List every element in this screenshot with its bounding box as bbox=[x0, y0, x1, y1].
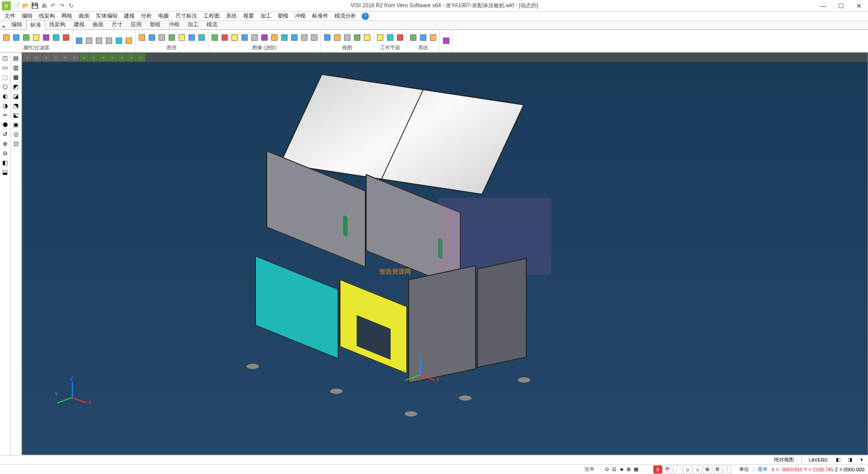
view-mode-button[interactable]: ▫ bbox=[89, 53, 98, 62]
tool-button[interactable]: ◑ bbox=[0, 101, 10, 110]
view-mode-button[interactable]: ▫ bbox=[51, 53, 60, 62]
help-icon[interactable]: ? bbox=[362, 13, 369, 20]
view-mode-button[interactable]: ▫ bbox=[137, 53, 146, 62]
ribbon-button[interactable] bbox=[260, 33, 269, 42]
menu-加工[interactable]: 加工 bbox=[258, 11, 274, 21]
tool-button[interactable]: ⊖ bbox=[0, 148, 10, 157]
tool-button[interactable]: ▦ bbox=[11, 72, 21, 81]
tool-button[interactable]: ⊡ bbox=[11, 139, 21, 148]
snap-icon[interactable]: ⊡ bbox=[611, 466, 618, 473]
view-mode-button[interactable]: ▫ bbox=[61, 53, 70, 62]
tool-button[interactable]: ▣ bbox=[11, 120, 21, 129]
tab-曲面[interactable]: 曲面 bbox=[89, 19, 108, 29]
menu-冲模[interactable]: 冲模 bbox=[292, 11, 308, 21]
tool-button[interactable]: ◫ bbox=[0, 53, 10, 62]
ribbon-button[interactable] bbox=[429, 33, 438, 42]
tool-button[interactable]: ✂ bbox=[0, 110, 10, 119]
ribbon-button[interactable] bbox=[32, 33, 41, 42]
ime-button[interactable]: ⊞ bbox=[703, 465, 712, 474]
save-icon[interactable]: 💾 bbox=[31, 2, 39, 10]
tool-button[interactable]: ▭ bbox=[0, 63, 10, 72]
ribbon-button[interactable] bbox=[230, 33, 239, 42]
ime-button[interactable]: ☺ bbox=[683, 465, 692, 474]
undo-icon[interactable]: ↶ bbox=[49, 2, 57, 10]
menu-模流分析[interactable]: 模流分析 bbox=[332, 11, 359, 21]
tool-button[interactable]: ◐ bbox=[0, 91, 10, 100]
open-icon[interactable]: 📂 bbox=[22, 2, 30, 10]
tool-button[interactable]: ⬚ bbox=[0, 72, 10, 81]
ribbon-button[interactable] bbox=[300, 33, 309, 42]
status-unit-value[interactable]: 毫米 bbox=[758, 466, 768, 473]
close-button[interactable]: ✕ bbox=[850, 0, 868, 11]
tool-button[interactable]: ▥ bbox=[11, 63, 21, 72]
ribbon-button[interactable] bbox=[75, 36, 84, 45]
tab-标准[interactable]: 标准 bbox=[26, 20, 45, 30]
ribbon-button[interactable] bbox=[290, 33, 299, 42]
ribbon-button[interactable] bbox=[343, 33, 352, 42]
ime-button[interactable]: ⚙ bbox=[713, 465, 722, 474]
view-mode-button[interactable]: ▫ bbox=[70, 53, 79, 62]
ime-button[interactable]: 、 bbox=[673, 465, 682, 474]
tool-button[interactable]: ⬓ bbox=[0, 167, 10, 176]
ribbon-button[interactable] bbox=[157, 33, 166, 42]
ribbon-button[interactable] bbox=[323, 33, 332, 42]
tool-button[interactable]: ◧ bbox=[0, 158, 10, 167]
model-assembly[interactable]: 智造资源网 bbox=[266, 89, 556, 370]
snap-icon[interactable]: ⊞ bbox=[625, 466, 632, 473]
tool-button[interactable]: ⬡ bbox=[0, 82, 10, 91]
ribbon-button[interactable] bbox=[2, 33, 11, 42]
ribbon-button[interactable] bbox=[12, 33, 21, 42]
ribbon-button[interactable] bbox=[310, 33, 319, 42]
ribbon-button[interactable] bbox=[85, 36, 94, 45]
status-icon-2[interactable]: ◨ bbox=[846, 456, 854, 464]
snap-icon[interactable]: ◈ bbox=[618, 466, 625, 473]
ribbon-button[interactable] bbox=[409, 33, 418, 42]
ime-button[interactable]: ♫ bbox=[693, 465, 702, 474]
ribbon-button[interactable] bbox=[104, 36, 113, 45]
tab-arrow[interactable]: ▸ bbox=[1, 23, 7, 29]
ribbon-button[interactable] bbox=[22, 33, 31, 42]
menu-系统[interactable]: 系统 bbox=[223, 11, 240, 21]
view-mode-button[interactable]: ▫ bbox=[99, 53, 108, 62]
tab-线架构[interactable]: 线架构 bbox=[45, 19, 70, 29]
ribbon-button[interactable] bbox=[114, 36, 123, 45]
ribbon-button[interactable] bbox=[124, 36, 133, 45]
menu-塑模[interactable]: 塑模 bbox=[275, 11, 291, 21]
status-icon-1[interactable]: ◧ bbox=[835, 456, 842, 464]
ribbon-button[interactable] bbox=[197, 33, 206, 42]
tool-button[interactable]: ▤ bbox=[11, 53, 21, 62]
tab-塑模[interactable]: 塑模 bbox=[146, 19, 165, 29]
ribbon-button[interactable] bbox=[177, 33, 186, 42]
tab-建模[interactable]: 建模 bbox=[70, 19, 89, 29]
ribbon-button[interactable] bbox=[442, 36, 451, 45]
ribbon-button[interactable] bbox=[386, 33, 395, 42]
ribbon-button[interactable] bbox=[167, 33, 176, 42]
menu-视窗[interactable]: 视窗 bbox=[241, 11, 257, 21]
refresh-icon[interactable]: ↻ bbox=[67, 2, 75, 10]
tab-编辑[interactable]: 编辑 bbox=[7, 19, 26, 29]
ribbon-button[interactable] bbox=[137, 33, 146, 42]
minimize-button[interactable]: — bbox=[814, 0, 832, 11]
tool-button[interactable]: ⬔ bbox=[11, 101, 21, 110]
view-mode-button[interactable]: ▫ bbox=[108, 53, 117, 62]
ribbon-button[interactable] bbox=[280, 33, 289, 42]
snap-icon[interactable]: ⊙ bbox=[604, 466, 611, 473]
status-layer[interactable]: LAYER0 bbox=[806, 457, 830, 463]
tool-button[interactable]: ⬢ bbox=[0, 120, 10, 129]
ribbon-button[interactable] bbox=[220, 33, 229, 42]
ribbon-button[interactable] bbox=[363, 33, 372, 42]
ime-button[interactable]: S bbox=[653, 465, 662, 474]
view-mode-button[interactable]: ▫ bbox=[42, 53, 51, 62]
tool-button[interactable]: ⊕ bbox=[0, 139, 10, 148]
ribbon-button[interactable] bbox=[52, 33, 61, 42]
view-mode-button[interactable]: ▫ bbox=[118, 53, 127, 62]
ribbon-button[interactable] bbox=[376, 33, 385, 42]
ribbon-button[interactable] bbox=[419, 33, 428, 42]
tool-button[interactable]: ⬕ bbox=[11, 110, 21, 119]
ime-button[interactable]: 中 bbox=[663, 465, 672, 474]
tool-button[interactable]: ◩ bbox=[11, 82, 21, 91]
tab-模流[interactable]: 模流 bbox=[203, 19, 222, 29]
ribbon-button[interactable] bbox=[270, 33, 279, 42]
status-view-mode[interactable]: 绝对视图 bbox=[771, 456, 797, 463]
tool-button[interactable]: ◪ bbox=[11, 91, 21, 100]
